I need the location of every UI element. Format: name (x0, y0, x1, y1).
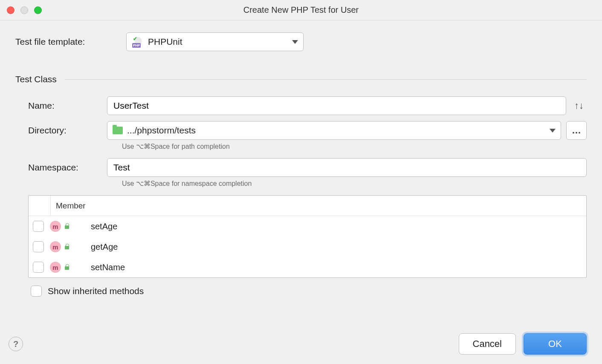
cancel-button[interactable]: Cancel (459, 333, 516, 355)
member-checkbox[interactable] (33, 221, 44, 232)
directory-row: Directory: .../phpstorm/tests … (15, 121, 587, 140)
maximize-window-button[interactable] (34, 6, 42, 14)
member-name: getAge (91, 242, 118, 252)
show-inherited-label: Show inherited methods (48, 286, 144, 296)
swap-button[interactable]: ↑↓ (571, 96, 587, 115)
template-label: Test file template: (15, 37, 126, 47)
name-label: Name: (15, 101, 107, 111)
namespace-label: Namespace: (15, 162, 107, 173)
method-icon: m (50, 221, 61, 232)
name-input[interactable] (113, 100, 561, 111)
ellipsis-icon: … (572, 125, 581, 136)
minimize-window-button[interactable] (20, 6, 28, 14)
method-icon: m (50, 262, 61, 273)
close-window-button[interactable] (7, 6, 14, 14)
member-row[interactable]: m getAge (29, 237, 586, 257)
window-controls (7, 6, 42, 14)
window-title: Create New PHP Test for User (0, 5, 602, 15)
titlebar: Create New PHP Test for User (0, 0, 602, 20)
template-row: Test file template: ✔ PHP PHPUnit (15, 32, 587, 51)
visibility-icon (64, 223, 70, 230)
folder-icon (113, 127, 123, 134)
chevron-down-icon (292, 40, 298, 44)
dialog-footer: ? Cancel OK (0, 333, 602, 364)
section-header: Test Class (15, 74, 587, 84)
members-table-header: Member (29, 196, 586, 216)
section-title: Test Class (15, 74, 57, 84)
template-value: PHPUnit (148, 37, 182, 47)
help-icon: ? (13, 339, 18, 349)
show-inherited-checkbox[interactable] (31, 286, 42, 297)
directory-dropdown[interactable]: .../phpstorm/tests (107, 121, 561, 140)
namespace-hint: Use ⌥⌘Space for namespace completion (107, 179, 587, 188)
namespace-input[interactable] (113, 162, 581, 173)
member-row[interactable]: m setName (29, 257, 586, 277)
member-row[interactable]: m setAge (29, 216, 586, 237)
show-inherited-row: Show inherited methods (31, 286, 587, 297)
swap-arrows-icon: ↑↓ (574, 100, 584, 111)
ok-button[interactable]: OK (524, 333, 587, 355)
dialog-window: Create New PHP Test for User Test file t… (0, 0, 602, 364)
namespace-row: Namespace: (15, 158, 587, 177)
visibility-icon (64, 264, 70, 271)
members-table: Member m setAge m getAge m setName (28, 195, 587, 278)
member-column-header: Member (51, 201, 86, 211)
directory-label: Directory: (15, 125, 107, 136)
directory-value: .../phpstorm/tests (127, 125, 196, 136)
name-row: Name: ↑↓ (15, 96, 587, 115)
name-input-wrapper (107, 96, 566, 115)
template-dropdown[interactable]: ✔ PHP PHPUnit (126, 32, 304, 51)
phpunit-file-icon: ✔ PHP (132, 37, 145, 47)
visibility-icon (64, 243, 70, 250)
ok-label: OK (548, 338, 562, 350)
directory-hint: Use ⌥⌘Space for path completion (107, 142, 587, 150)
member-checkbox[interactable] (33, 241, 44, 252)
member-name: setAge (91, 222, 117, 231)
dialog-content: Test file template: ✔ PHP PHPUnit Test C… (0, 20, 602, 333)
namespace-input-wrapper (107, 158, 587, 177)
member-name: setName (91, 263, 125, 272)
cancel-label: Cancel (473, 338, 502, 350)
member-checkbox[interactable] (33, 262, 44, 273)
help-button[interactable]: ? (9, 337, 23, 351)
browse-directory-button[interactable]: … (566, 121, 587, 140)
method-icon: m (50, 241, 61, 252)
section-divider (64, 79, 587, 80)
chevron-down-icon (550, 129, 556, 133)
checkbox-column-header (32, 196, 51, 216)
